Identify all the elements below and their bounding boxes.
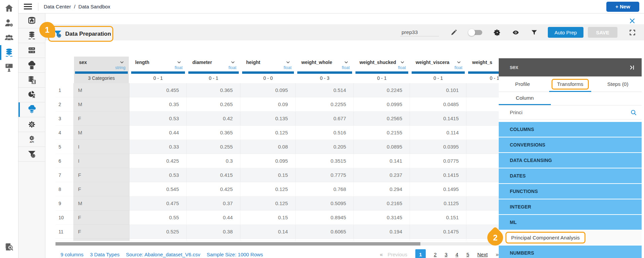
page-4[interactable]: 4 xyxy=(456,252,458,257)
subtab-column[interactable]: Column xyxy=(499,92,551,105)
table-cell[interactable]: 0.101 xyxy=(410,83,466,97)
column-header-diameter[interactable]: diameterfloat0 - 1 xyxy=(187,57,240,83)
table-cell[interactable]: 0.1415 xyxy=(410,168,466,182)
column-header-sex[interactable]: sexstring3 Categories xyxy=(73,57,129,83)
next-label[interactable]: Next xyxy=(477,252,488,257)
prep-name-input[interactable] xyxy=(400,29,439,36)
table-cell[interactable]: 0.095 xyxy=(240,154,296,168)
table-cell[interactable]: 0.415 xyxy=(187,168,240,182)
next-page[interactable]: 5 xyxy=(466,252,469,257)
table-cell[interactable]: 0.2155 xyxy=(354,126,410,140)
page-3[interactable]: 3 xyxy=(445,252,447,257)
data-prep-funnel-icon[interactable] xyxy=(18,147,45,162)
table-cell[interactable]: 0.545 xyxy=(129,182,187,196)
api-icon[interactable]: API xyxy=(18,132,45,147)
presentation-icon[interactable] xyxy=(0,62,18,72)
column-menu-chevron-icon[interactable] xyxy=(119,59,125,65)
table-cell[interactable]: 0.677 xyxy=(296,111,354,126)
table-cell[interactable]: M xyxy=(73,126,129,140)
users-group-icon[interactable] xyxy=(0,33,18,43)
table-cell[interactable]: 0.1495 xyxy=(410,182,466,196)
table-cell[interactable]: 0.53 xyxy=(129,111,187,126)
table-cell[interactable]: 0.514 xyxy=(296,83,354,97)
table-cell[interactable]: 0.425 xyxy=(187,182,240,196)
table-cell[interactable]: F xyxy=(73,182,129,196)
transform-search-input[interactable] xyxy=(510,109,630,115)
table-cell[interactable]: 0.516 xyxy=(296,126,354,140)
table-cell[interactable]: F xyxy=(73,168,129,182)
settings-gear-icon[interactable] xyxy=(494,29,501,36)
table-cell[interactable]: 0.14 xyxy=(240,225,296,239)
table-cell[interactable]: 0.265 xyxy=(187,97,240,111)
column-header-weight_whole[interactable]: weight_wholefloat0 - 3 xyxy=(296,57,354,83)
table-cell[interactable]: 0.2255 xyxy=(296,97,354,111)
column-header-height[interactable]: heightfloat0 - 0 xyxy=(240,57,296,83)
table-cell[interactable]: 0.5095 xyxy=(296,196,354,211)
table-cell[interactable] xyxy=(466,211,499,225)
transform-item-pca[interactable]: 2 Principal Component Analysis xyxy=(499,230,642,245)
table-cell[interactable]: 0.125 xyxy=(240,182,296,196)
table-cell[interactable]: 0.151 xyxy=(410,211,466,225)
save-button[interactable]: SAVE xyxy=(588,27,617,38)
table-cell[interactable]: 0.15 xyxy=(240,168,296,182)
filter-icon[interactable] xyxy=(531,29,538,36)
table-cell[interactable]: 0.135 xyxy=(240,111,296,126)
table-cell[interactable]: M xyxy=(73,83,129,97)
data-preparation-callout[interactable]: Data Preparation xyxy=(48,26,113,42)
column-menu-chevron-icon[interactable] xyxy=(456,59,462,65)
transform-category-item[interactable]: ML xyxy=(499,215,642,230)
table-cell[interactable]: 0.2565 xyxy=(354,111,410,126)
table-cell[interactable]: F xyxy=(73,211,129,225)
column-header-length[interactable]: lengthfloat0 - 1 xyxy=(129,57,187,83)
table-cell[interactable]: 0.0895 xyxy=(354,140,410,154)
table-cell[interactable]: 0.0395 xyxy=(410,140,466,154)
table-cell[interactable]: 0.8945 xyxy=(296,211,354,225)
transform-category-item[interactable]: COLUMNS xyxy=(499,122,642,137)
transform-category-item[interactable]: FUNCTIONS xyxy=(499,184,642,199)
source-file[interactable]: Source: Abalone_dataset_V6.csv xyxy=(126,252,200,257)
table-cell[interactable]: 0.1475 xyxy=(410,225,466,239)
cloud-database-icon[interactable] xyxy=(18,58,45,73)
sidebar-item-data-center[interactable] xyxy=(0,47,18,58)
breadcrumb-data-sandbox[interactable]: Data Sandbox xyxy=(78,4,110,9)
table-cell[interactable]: 0.365 xyxy=(187,126,240,140)
home-icon[interactable] xyxy=(0,3,18,13)
data-process-icon[interactable] xyxy=(18,117,45,132)
table-cell[interactable]: M xyxy=(73,196,129,211)
table-cell[interactable] xyxy=(466,111,499,126)
table-cell[interactable] xyxy=(466,196,499,211)
table-cell[interactable]: 0.08 xyxy=(240,140,296,154)
table-cell[interactable]: 0.2245 xyxy=(354,83,410,97)
table-cell[interactable]: 0.475 xyxy=(129,196,187,211)
table-cell[interactable] xyxy=(466,154,499,168)
table-cell[interactable]: 0.44 xyxy=(187,211,240,225)
table-cell[interactable]: 0.0775 xyxy=(410,154,466,168)
table-cell[interactable] xyxy=(466,182,499,196)
auto-prep-button[interactable]: Auto Prep xyxy=(548,27,583,38)
table-cell[interactable]: 0.42 xyxy=(187,111,240,126)
table-cell[interactable]: 0.455 xyxy=(129,83,187,97)
table-cell[interactable]: 0.6065 xyxy=(296,225,354,239)
table-cell[interactable]: 0.0485 xyxy=(410,97,466,111)
table-cell[interactable] xyxy=(466,140,499,154)
table-cell[interactable]: 0.7775 xyxy=(296,168,354,182)
sample-size[interactable]: Sample Size: 1000 Rows xyxy=(207,252,263,257)
page-1[interactable]: 1 xyxy=(415,249,426,258)
table-cell[interactable]: 0.095 xyxy=(240,83,296,97)
table-cell[interactable]: 0.205 xyxy=(296,140,354,154)
table-cell[interactable]: 0.125 xyxy=(240,126,296,140)
tab-steps[interactable]: Steps (0) xyxy=(594,76,642,92)
transform-category-item[interactable]: CONVERSIONS xyxy=(499,137,642,152)
preview-eye-icon[interactable] xyxy=(512,29,519,36)
table-cell[interactable]: 0.365 xyxy=(187,83,240,97)
column-header-weight_s[interactable]: weight_sfloat0 - 1 xyxy=(466,57,499,83)
table-cell[interactable]: M xyxy=(73,97,129,111)
column-menu-chevron-icon[interactable] xyxy=(285,59,291,65)
table-cell[interactable] xyxy=(466,126,499,140)
table-cell[interactable]: 0.141 xyxy=(354,154,410,168)
table-cell[interactable]: 0.44 xyxy=(129,126,187,140)
table-cell[interactable]: F xyxy=(73,225,129,239)
columns-count[interactable]: 9 columns xyxy=(61,252,83,257)
column-menu-chevron-icon[interactable] xyxy=(230,59,236,65)
table-cell[interactable]: 0.53 xyxy=(129,168,187,182)
